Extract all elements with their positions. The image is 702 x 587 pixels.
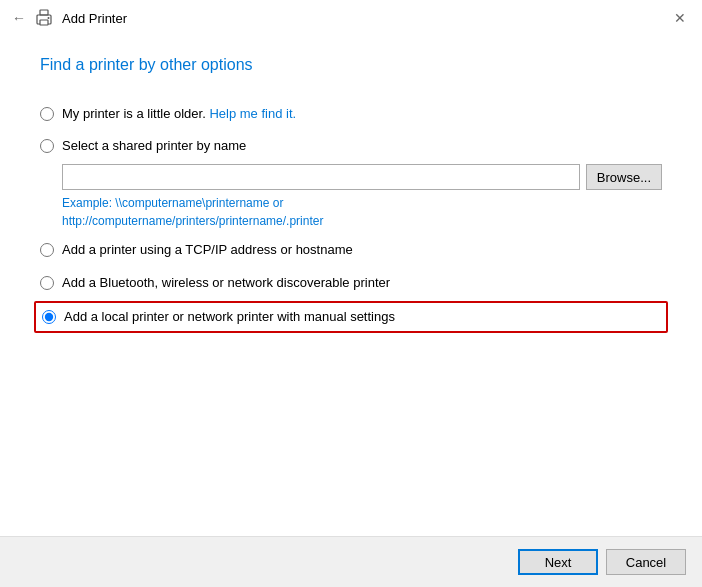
svg-rect-2 <box>40 20 48 25</box>
options-list: My printer is a little older. Help me fi… <box>40 98 662 335</box>
section-title: Find a printer by other options <box>40 56 662 74</box>
printer-icon <box>34 8 54 28</box>
next-button[interactable]: Next <box>518 549 598 575</box>
svg-point-3 <box>48 17 50 19</box>
title-bar-left: ← Add Printer <box>12 8 127 28</box>
back-arrow-icon[interactable]: ← <box>12 10 26 26</box>
example-text: Example: \\computername\printername or h… <box>62 194 662 230</box>
radio-bluetooth[interactable] <box>40 276 54 290</box>
cancel-button[interactable]: Cancel <box>606 549 686 575</box>
shared-printer-block: Browse... Example: \\computername\printe… <box>62 164 662 230</box>
radio-shared-printer[interactable] <box>40 139 54 153</box>
dialog-content: Find a printer by other options My print… <box>0 36 702 536</box>
radio-older-printer[interactable] <box>40 107 54 121</box>
footer: Next Cancel <box>0 536 702 587</box>
add-printer-dialog: ← Add Printer ✕ Find a printer by other … <box>0 0 702 587</box>
label-tcpip[interactable]: Add a printer using a TCP/IP address or … <box>62 241 353 259</box>
dialog-title: Add Printer <box>62 11 127 26</box>
option-bluetooth: Add a Bluetooth, wireless or network dis… <box>40 267 662 299</box>
title-bar: ← Add Printer ✕ <box>0 0 702 36</box>
label-local-printer[interactable]: Add a local printer or network printer w… <box>64 308 395 326</box>
label-older-printer[interactable]: My printer is a little older. Help me fi… <box>62 105 296 123</box>
close-button[interactable]: ✕ <box>670 9 690 27</box>
help-link[interactable]: Help me find it. <box>209 106 296 121</box>
radio-local-printer[interactable] <box>42 310 56 324</box>
label-shared-printer[interactable]: Select a shared printer by name <box>62 137 246 155</box>
option-older-printer: My printer is a little older. Help me fi… <box>40 98 662 130</box>
label-bluetooth[interactable]: Add a Bluetooth, wireless or network dis… <box>62 274 390 292</box>
svg-rect-1 <box>40 10 48 15</box>
radio-tcpip[interactable] <box>40 243 54 257</box>
option-local-printer: Add a local printer or network printer w… <box>34 301 668 333</box>
option-tcpip: Add a printer using a TCP/IP address or … <box>40 234 662 266</box>
shared-printer-input[interactable] <box>62 164 580 190</box>
option-shared-printer: Select a shared printer by name <box>40 130 662 162</box>
browse-button[interactable]: Browse... <box>586 164 662 190</box>
shared-printer-row: Browse... <box>62 164 662 190</box>
